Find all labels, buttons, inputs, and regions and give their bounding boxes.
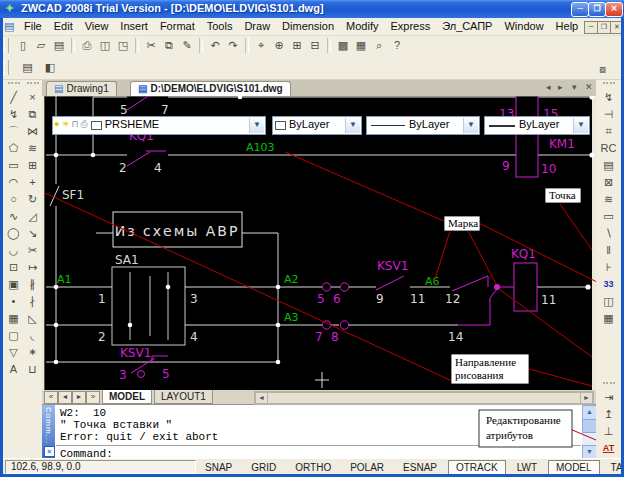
new-icon[interactable]: ▯ (14, 37, 32, 54)
menu-item-file[interactable]: File (18, 18, 48, 34)
el-array5-icon[interactable]: ▦ (600, 310, 618, 327)
toolbar-gripper[interactable] (603, 382, 615, 387)
status-toggle-lwt[interactable]: LWT (509, 460, 545, 475)
tab-prev-icon[interactable]: ◂ (58, 391, 72, 404)
point-icon[interactable]: • (5, 293, 23, 310)
el-arrow-icon[interactable]: ⇥ (600, 389, 618, 406)
linetype-combo[interactable]: ByLayer ▼ (366, 116, 480, 135)
tab-drawing1[interactable]: ▤Drawing1 (46, 81, 117, 96)
polyline-icon[interactable]: ↯ (5, 106, 23, 123)
rotate-icon[interactable]: ↻ (24, 191, 42, 208)
tab-model[interactable]: MODEL (102, 390, 152, 404)
mdi-minimize-button[interactable]: ─ (584, 21, 598, 34)
make-block-icon[interactable]: ▣ (5, 276, 23, 293)
trim-icon[interactable]: ✂ (24, 242, 42, 259)
el-attr-edit-icon[interactable]: AT (600, 440, 618, 457)
menu-item-format[interactable]: Format (154, 18, 201, 34)
status-toggle-polar[interactable]: POLAR (342, 460, 392, 475)
toolbar-gripper[interactable] (8, 82, 20, 87)
tab-next-icon[interactable]: ▸ (72, 391, 86, 404)
close-button[interactable]: ✕ (605, 2, 623, 17)
el-33-icon[interactable]: 33 (600, 276, 618, 293)
menu-item-window[interactable]: Window (498, 18, 549, 34)
arc-3point-icon[interactable]: ◠ (5, 174, 23, 191)
tab-s101-dwg[interactable]: ▤D:\DEMO\ELDVIG\S101.dwg (130, 81, 291, 96)
menu-item-express[interactable]: Express (384, 18, 436, 34)
command-scrollbar[interactable]: ▲ ▼ (582, 405, 596, 459)
arc-icon[interactable]: ⌒ (5, 123, 23, 140)
toolbar-gripper[interactable] (4, 60, 9, 75)
drawing-canvas[interactable] (44, 96, 592, 390)
ellipse-icon[interactable]: ◯ (5, 225, 23, 242)
minimize-button[interactable]: ─ (571, 2, 589, 17)
layer-combo[interactable]: ●☀⊓⎙PRSHEME ▼ (52, 116, 266, 135)
chevron-down-icon[interactable]: ▼ (573, 118, 588, 133)
fillet-icon[interactable]: ◟ (24, 327, 42, 344)
wipeout-icon[interactable]: ▽ (5, 344, 23, 361)
el-wire-icon[interactable]: ↯ (600, 89, 618, 106)
lineweight-combo[interactable]: ByLayer ▼ (484, 116, 590, 135)
ellipse-arc-icon[interactable]: ◡ (5, 242, 23, 259)
zoom-window-icon[interactable]: ⊞ (288, 37, 306, 54)
rectangle-icon[interactable]: ▭ (5, 157, 23, 174)
status-toggle-otrack[interactable]: OTRACK (448, 460, 506, 475)
plot-icon[interactable]: ⎙ (78, 37, 96, 54)
el-lines-icon[interactable]: ≋ (600, 191, 618, 208)
tab-close-icon[interactable]: ✕ (585, 82, 593, 92)
zoom-realtime-icon[interactable]: ⊕ (270, 37, 288, 54)
calculator-icon[interactable]: ▦ (352, 37, 370, 54)
el-slash-icon[interactable]: ∖ (600, 225, 618, 242)
help-icon[interactable]: ? (388, 37, 406, 54)
copy-icon[interactable]: ⧉ (160, 37, 178, 54)
mtext-icon[interactable]: A (5, 361, 23, 378)
circle-icon[interactable]: ○ (5, 191, 23, 208)
menu-item-draw[interactable]: Draw (238, 18, 276, 34)
copy-object-icon[interactable]: ⧉ (24, 106, 42, 123)
menu-item-help[interactable]: Help (550, 18, 585, 34)
line-icon[interactable]: ╱ (5, 89, 23, 106)
el-parallel-icon[interactable]: ‖ (600, 242, 618, 259)
status-toggle-model[interactable]: MODEL (548, 460, 600, 475)
toolbar-gripper[interactable] (603, 82, 615, 87)
undo-icon[interactable]: ↶ (206, 37, 224, 54)
move-icon[interactable]: + (24, 174, 42, 191)
menu-item-edit[interactable]: Edit (48, 18, 79, 34)
menu-item-modify[interactable]: Modify (340, 18, 384, 34)
design-center-icon[interactable]: ▩ (334, 37, 352, 54)
tab-scroll-left-icon[interactable]: ◂ (546, 82, 551, 92)
tab-layout1[interactable]: LAYOUT1 (154, 390, 213, 404)
menu-item-эл-сапр[interactable]: Эл_САПР (436, 18, 498, 34)
scale-icon[interactable]: ◿ (24, 208, 42, 225)
status-toggle-ortho[interactable]: ORTHO (287, 460, 339, 475)
spline-icon[interactable]: ∿ (5, 208, 23, 225)
explode-icon[interactable]: ✶ (24, 344, 42, 361)
toolbar-gripper[interactable] (4, 38, 9, 53)
command-window-tab[interactable]: Comm... ✕ (42, 405, 55, 459)
el-table-icon[interactable]: ▤ (600, 157, 618, 174)
status-toggle-snap[interactable]: SNAP (197, 460, 240, 475)
command-close-icon[interactable]: ✕ (44, 446, 55, 457)
mirror-icon[interactable]: ⋈ (24, 123, 42, 140)
extend-icon[interactable]: ↦ (24, 259, 42, 276)
el-rc-icon[interactable]: RC (600, 140, 618, 157)
print-preview-icon[interactable]: ◫ (96, 37, 114, 54)
el-up-icon[interactable]: ↥ (600, 406, 618, 423)
redo-icon[interactable]: ↷ (224, 37, 242, 54)
scroll-up-icon[interactable]: ▲ (582, 405, 597, 420)
offset-icon[interactable]: ≋ (24, 140, 42, 157)
find-icon[interactable]: ⌕ (370, 37, 388, 54)
el-contact-icon[interactable]: ⊣ (600, 106, 618, 123)
layers-icon[interactable]: ▤ (18, 59, 36, 76)
region-icon[interactable]: ▢ (5, 327, 23, 344)
el-perp-icon[interactable]: ⊥ (600, 423, 618, 440)
horizontal-scrollbar[interactable]: ◄ ► (254, 391, 594, 405)
menu-item-tools[interactable]: Tools (201, 18, 239, 34)
menu-item-view[interactable]: View (79, 18, 115, 34)
stretch-icon[interactable]: ↘ (24, 225, 42, 242)
match-layer-icon[interactable]: ⧇ (594, 61, 612, 78)
zoom-previous-icon[interactable]: ⊟ (306, 37, 324, 54)
hatch-icon[interactable]: ▦ (5, 310, 23, 327)
cut-icon[interactable]: ✂ (142, 37, 160, 54)
el-frame-icon[interactable]: ▭ (600, 208, 618, 225)
scrollbar-thumb[interactable] (267, 392, 589, 404)
